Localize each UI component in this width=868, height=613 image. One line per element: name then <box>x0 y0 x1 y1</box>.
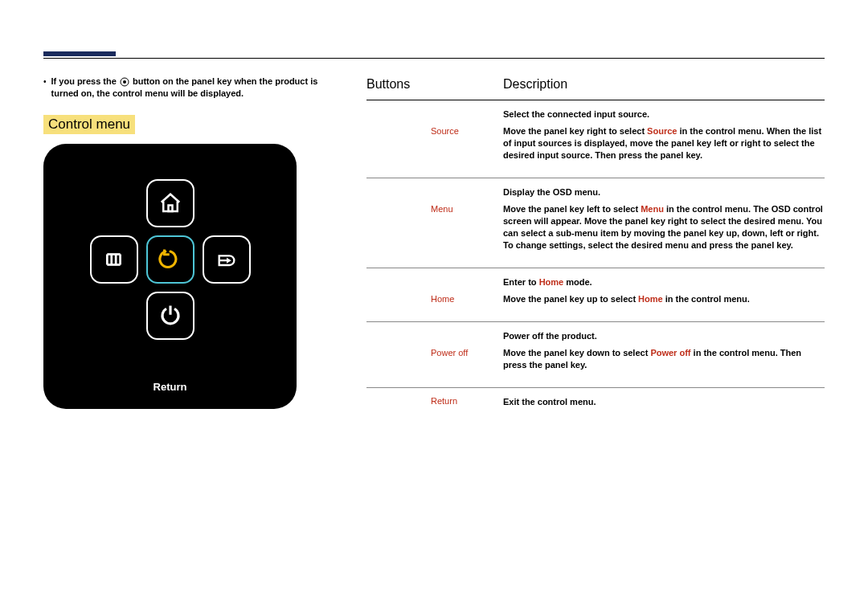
buttons-table: Buttons Description Source Select the co… <box>366 77 825 424</box>
col-description: Description <box>503 77 825 92</box>
desc-text: Enter to Home mode. <box>503 276 825 288</box>
btn-label-power: Power off <box>366 330 503 376</box>
svg-marker-10 <box>227 258 231 264</box>
highlight: Menu <box>641 204 664 214</box>
table-row: Home Enter to Home mode. Move the panel … <box>366 268 825 322</box>
source-button <box>203 235 251 284</box>
desc-return: Exit the control menu. <box>503 396 825 413</box>
svg-rect-2 <box>169 206 173 212</box>
desc-text: Power off the product. <box>503 330 825 342</box>
highlight: Source <box>647 126 677 136</box>
desc-text: Move the panel key right to select Sourc… <box>503 125 825 161</box>
accent-bar <box>43 51 116 56</box>
highlight: Home <box>539 277 564 287</box>
desc-source: Select the connected input source. Move … <box>503 108 825 166</box>
desc-text: Move the panel key left to select Menu i… <box>503 203 825 251</box>
desc-menu: Display the OSD menu. Move the panel key… <box>503 186 825 256</box>
device-label: Return <box>43 381 297 393</box>
control-menu-device: Return <box>43 144 297 409</box>
table-row: Menu Display the OSD menu. Move the pane… <box>366 178 825 268</box>
desc-text: Display the OSD menu. <box>503 186 825 198</box>
desc-power: Power off the product. Move the panel ke… <box>503 330 825 376</box>
right-column: Buttons Description Source Select the co… <box>366 77 825 424</box>
return-button-center <box>146 235 194 284</box>
highlight: Home <box>638 294 663 304</box>
panel-key-icon <box>119 76 130 88</box>
bullet-icon: • <box>43 76 47 88</box>
btn-label-source: Source <box>366 108 503 166</box>
intro-bullet: • If you press the button on the panel k… <box>43 76 341 99</box>
svg-point-1 <box>123 80 126 84</box>
btn-label-return: Return <box>366 396 503 413</box>
menu-button <box>90 235 138 284</box>
desc-text: Select the connected input source. <box>503 108 825 121</box>
table-row: Source Select the connected input source… <box>366 100 825 178</box>
btn-label-menu: Menu <box>366 186 503 256</box>
intro-text: If you press the button on the panel key… <box>51 76 341 99</box>
power-button <box>146 292 194 340</box>
left-column: • If you press the button on the panel k… <box>43 76 341 409</box>
home-button <box>146 179 194 227</box>
highlight: Power off <box>650 348 690 358</box>
table-row: Power off Power off the product. Move th… <box>366 322 825 388</box>
desc-text: Exit the control menu. <box>503 396 825 408</box>
section-title: Control menu <box>43 115 135 134</box>
col-buttons: Buttons <box>366 77 503 92</box>
intro-pre: If you press the <box>51 76 119 86</box>
btn-label-home: Home <box>366 276 503 310</box>
desc-text: Move the panel key down to select Power … <box>503 347 825 371</box>
table-header: Buttons Description <box>366 77 825 100</box>
table-row: Return Exit the control menu. <box>366 388 825 424</box>
desc-home: Enter to Home mode. Move the panel key u… <box>503 276 825 310</box>
desc-text: Move the panel key up to select Home in … <box>503 293 825 305</box>
top-divider <box>43 58 825 59</box>
